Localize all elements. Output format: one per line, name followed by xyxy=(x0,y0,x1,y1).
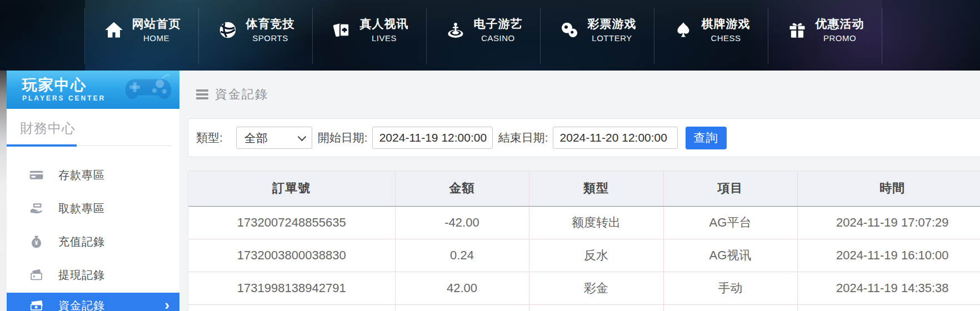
end-date-input[interactable] xyxy=(553,127,678,149)
column-header: 訂單號 xyxy=(188,171,395,206)
type-select[interactable]: 全部 xyxy=(236,127,312,149)
nav-item-label-zh: 电子游艺 xyxy=(474,17,523,31)
withdrawal-wallet-icon xyxy=(29,268,44,283)
table-cell: 2024-11-19 16:10:00 xyxy=(797,239,980,272)
table-row: 17320038000388300.24反水AG视讯2024-11-19 16:… xyxy=(188,239,980,272)
sidebar: 玩家中心 PLAYERS CENTER 財務中心 存款專區 xyxy=(7,71,179,311)
lottery-balls-icon xyxy=(559,19,580,41)
table-cell: 42.00 xyxy=(395,272,529,304)
sidebar-item-funds-banknote[interactable]: 資金記錄 › xyxy=(7,293,179,311)
column-header: 時間 xyxy=(797,171,980,206)
sidebar-item-withdrawal-wallet[interactable]: 提現記錄 xyxy=(7,258,179,292)
column-header: 金額 xyxy=(395,171,529,206)
nav-item-label-zh: 优惠活动 xyxy=(816,17,864,31)
section-title: 財務中心 xyxy=(20,119,179,137)
type-select-wrap: 全部 xyxy=(236,127,312,149)
withdraw-hand-icon xyxy=(29,201,44,216)
basketball-icon xyxy=(217,19,238,41)
left-gutter xyxy=(0,71,7,311)
main-content: 資金記錄 類型: 全部 開始日期: 結束日期: 查詢 訂單號金額類型項目時間 1… xyxy=(179,71,980,311)
table-cell xyxy=(188,304,395,311)
breadcrumb: 資金記錄 xyxy=(188,71,980,118)
deposit-card-icon xyxy=(29,168,44,183)
table-row: 1732007248855635-42.00额度转出AG平台2024-11-19… xyxy=(188,206,980,239)
home-icon xyxy=(103,19,124,41)
table-cell: 2024-11-19 17:07:29 xyxy=(797,206,980,239)
table-cell: 额度转出 xyxy=(529,206,663,239)
table-cell: 彩金 xyxy=(529,272,663,304)
table-cell: 1732003800038830 xyxy=(188,239,395,272)
sidebar-item-recharge-moneybag[interactable]: ¥ 充值記錄 xyxy=(7,225,179,258)
top-nav: 网站首页 HOME 体育竞技 SPORTS 真人视讯 LIVES 电子游艺 CA… xyxy=(0,0,980,71)
sidebar-item-label: 提現記錄 xyxy=(58,268,105,283)
nav-item-casino[interactable]: 电子游艺 CASINO xyxy=(427,0,541,71)
end-date-label: 結束日期: xyxy=(498,130,548,146)
table-cell: 手动 xyxy=(663,272,797,304)
table-cell: 0.24 xyxy=(395,239,529,272)
table-cell xyxy=(529,304,663,311)
recharge-moneybag-icon: ¥ xyxy=(29,234,44,249)
table-cell: 2024-11-19 14:35:38 xyxy=(797,272,980,304)
nav-item-label-zh: 真人视讯 xyxy=(360,17,409,31)
filter-panel: 類型: 全部 開始日期: 結束日期: 查詢 xyxy=(188,118,980,157)
records-table: 訂單號金額類型項目時間 1732007248855635-42.00额度转出AG… xyxy=(188,171,980,311)
page-title: 資金記錄 xyxy=(215,86,268,103)
nav-item-label-zh: 网站首页 xyxy=(132,17,181,31)
nav-item-label-zh: 体育竞技 xyxy=(246,17,295,31)
nav-item-label-en: CHESS xyxy=(702,33,751,43)
table-cell xyxy=(663,304,797,311)
nav-menu: 网站首页 HOME 体育竞技 SPORTS 真人视讯 LIVES 电子游艺 CA… xyxy=(85,0,882,71)
search-button[interactable]: 查詢 xyxy=(686,127,727,149)
sidebar-item-label: 存款專區 xyxy=(58,168,105,183)
nav-item-sports[interactable]: 体育竞技 SPORTS xyxy=(199,0,313,71)
nav-item-label-en: LOTTERY xyxy=(588,33,637,43)
gamepad-icon xyxy=(124,73,173,106)
table-cell: AG视讯 xyxy=(663,239,797,272)
section-divider xyxy=(7,144,179,147)
nav-item-label-en: LIVES xyxy=(360,33,409,43)
nav-item-lives[interactable]: 真人视讯 LIVES xyxy=(313,0,427,71)
spade-icon xyxy=(673,19,694,41)
nav-item-label-zh: 棋牌游戏 xyxy=(702,17,751,31)
table-cell xyxy=(797,304,980,311)
nav-item-label-en: HOME xyxy=(132,33,181,43)
column-header: 類型 xyxy=(529,171,663,206)
sidebar-item-deposit-card[interactable]: 存款專區 xyxy=(7,158,179,192)
content-area: 玩家中心 PLAYERS CENTER 財務中心 存款專區 xyxy=(0,71,980,311)
type-label: 類型: xyxy=(196,130,223,146)
nav-item-label-zh: 彩票游戏 xyxy=(588,17,637,31)
nav-item-label-en: CASINO xyxy=(474,33,523,43)
sidebar-item-label: 資金記錄 xyxy=(58,298,105,311)
nav-logo-space xyxy=(0,0,85,71)
table-row xyxy=(188,304,980,311)
table-cell: -42.00 xyxy=(395,206,529,239)
table-header-row: 訂單號金額類型項目時間 xyxy=(188,171,980,206)
sidebar-menu: 存款專區 取款專區 ¥ 充值記錄 提現記錄 資金記錄 › xyxy=(7,158,179,311)
menu-icon[interactable] xyxy=(196,89,208,99)
nav-item-label-en: PROMO xyxy=(816,33,864,43)
nav-item-lottery[interactable]: 彩票游戏 LOTTERY xyxy=(541,0,654,71)
table-cell: AG平台 xyxy=(663,206,797,239)
playing-cards-icon xyxy=(331,19,352,41)
records-table-panel: 訂單號金額類型項目時間 1732007248855635-42.00额度转出AG… xyxy=(188,170,980,311)
start-date-input[interactable] xyxy=(372,127,493,149)
sidebar-item-withdraw-hand[interactable]: 取款專區 xyxy=(7,192,179,225)
table-cell: 反水 xyxy=(529,239,663,272)
nav-item-promo[interactable]: 优惠活动 PROMO xyxy=(768,0,882,71)
column-header: 項目 xyxy=(663,171,797,206)
roulette-icon xyxy=(445,19,466,41)
funds-banknote-icon xyxy=(29,298,44,311)
sidebar-item-label: 取款專區 xyxy=(58,201,105,216)
players-center-banner: 玩家中心 PLAYERS CENTER xyxy=(7,71,179,109)
table-cell: 1732007248855635 xyxy=(188,206,395,239)
table-row: 173199813894279142.00彩金手动2024-11-19 14:3… xyxy=(188,272,980,304)
nav-item-label-en: SPORTS xyxy=(246,33,295,43)
gift-icon xyxy=(787,19,808,41)
start-date-label: 開始日期: xyxy=(318,130,368,146)
nav-item-chess[interactable]: 棋牌游戏 CHESS xyxy=(654,0,768,71)
table-cell: 1731998138942791 xyxy=(188,272,395,304)
sidebar-item-label: 充值記錄 xyxy=(58,234,105,249)
chevron-right-icon: › xyxy=(164,298,169,311)
table-cell xyxy=(395,304,529,311)
nav-item-home[interactable]: 网站首页 HOME xyxy=(85,0,199,71)
